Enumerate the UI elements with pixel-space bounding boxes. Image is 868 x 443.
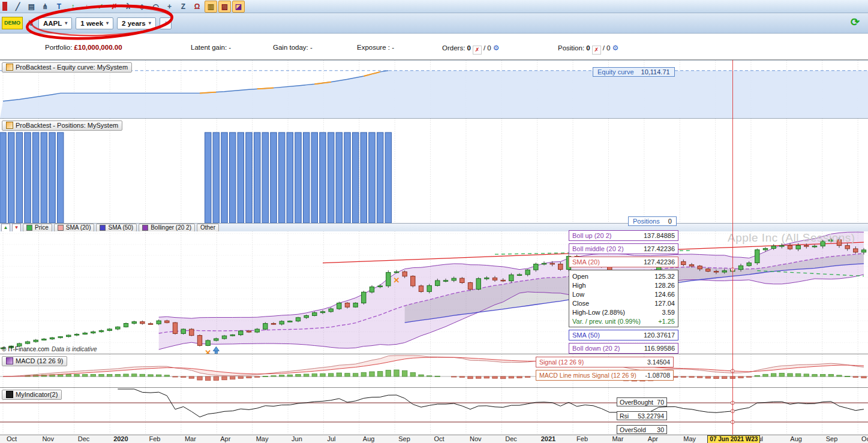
text-tool-icon[interactable]: T: [53, 1, 65, 13]
instrument-toolbar: DEMO ↯ AAPL ▾ 1 week ▾ 2 years ▾ i ⟳: [0, 13, 868, 34]
arrow-down-tool-icon[interactable]: ↓: [80, 1, 93, 13]
legend-swatch: [142, 225, 148, 231]
legend-swatch: [26, 225, 32, 231]
legend-tab-price[interactable]: Price: [23, 224, 52, 232]
target-tool-icon[interactable]: +: [163, 1, 176, 13]
symbol-dropdown[interactable]: AAPL ▾: [38, 17, 72, 29]
link-icon[interactable]: ↯: [26, 19, 35, 28]
legend-label: SMA (50): [108, 224, 133, 231]
orders-settings-icon[interactable]: ⚙: [493, 44, 500, 52]
ohlc-readout: Open125.32High128.26Low124.66Close127.04…: [569, 270, 678, 327]
chevron-down-icon: ▾: [65, 20, 67, 26]
position-settings-icon[interactable]: ⚙: [612, 44, 619, 52]
gain-today-readout: Gain today: -: [273, 44, 313, 51]
macd-panel-tab[interactable]: MACD (12 26 9): [2, 356, 67, 366]
timeframe-value: 1 week: [80, 20, 103, 27]
copyright-note: © IT-Finance.comData is indicative: [2, 346, 97, 352]
chart-style-tool-icon[interactable]: ◪: [232, 1, 245, 13]
legend-tab-sma-20-[interactable]: SMA (20): [54, 224, 95, 232]
chevron-down-icon: ▾: [106, 20, 109, 26]
equity-panel-tab[interactable]: ProBacktest - Equity curve: MySystem: [2, 62, 132, 73]
position-readout: Position: 0✗/ 0⚙: [558, 44, 618, 55]
refresh-icon[interactable]: ⟳: [851, 16, 860, 29]
price-readout-stack: Boll up (20 2)137.84885 Boll middle (20 …: [569, 230, 678, 356]
range-value: 2 years: [122, 20, 146, 27]
rsi-readout: Rsi53.22794: [617, 411, 667, 420]
pitchfork-tool-icon[interactable]: ⋔: [39, 1, 52, 13]
legend-label: Price: [35, 224, 49, 231]
exposure-readout: Exposure : -: [357, 44, 394, 51]
expand-panel-icon[interactable]: ▲: [1, 224, 10, 232]
fibonacci-tool-icon[interactable]: ▤: [25, 1, 38, 13]
macd-panel-title: MACD (12 26 9): [16, 357, 63, 364]
axis-label: Dec: [78, 435, 90, 442]
demo-badge: DEMO: [2, 17, 23, 29]
equity-panel-title: ProBacktest - Equity curve: MySystem: [16, 64, 128, 71]
axis-label: Mar: [185, 435, 196, 442]
myindicator-panel-tab[interactable]: MyIndicator(2): [2, 390, 62, 400]
crosshair-date-badge: 07 Jun 2021 W23: [707, 435, 760, 443]
arrow-up-tool-icon[interactable]: ↑: [67, 1, 79, 13]
axis-label: Dec: [505, 435, 517, 442]
svg-text:✕: ✕: [205, 348, 211, 354]
overbought-readout: OverBought70: [617, 397, 667, 406]
positions-panel-title: ProBacktest - Positions: MySystem: [16, 122, 118, 129]
macd-panel: MACD (12 26 9): [0, 354, 868, 388]
pattern-tool-icon[interactable]: ▥: [205, 1, 217, 13]
price-chart-panel: ✕✕: [0, 231, 868, 354]
axis-label: Sep: [826, 435, 838, 442]
close-position-icon[interactable]: ✗: [592, 46, 601, 55]
price-legend-bar: ▲▼PriceSMA (20)SMA (50)Bollinger (20 2)O…: [0, 223, 868, 231]
indicator-tool-icon[interactable]: ▨: [218, 1, 231, 13]
macd-readout-stack: Signal (12 26 9)3.14504 MACD Line minus …: [536, 357, 674, 383]
ohlc-row: Low124.66: [572, 290, 675, 299]
boll-middle-readout: Boll middle (20 2)127.42236: [569, 243, 678, 254]
horseshoe-tool-icon[interactable]: Ω: [191, 1, 203, 13]
portfolio-readout: Portfolio: £10,000,000.00: [45, 44, 122, 51]
symbol-value: AAPL: [43, 20, 62, 27]
path-tool-icon[interactable]: λ: [122, 1, 134, 13]
zigzag-tool-icon[interactable]: Z: [177, 1, 190, 13]
boll-up-readout: Boll up (20 2)137.84885: [569, 230, 678, 241]
legend-tab-sma-50-[interactable]: SMA (50): [96, 224, 137, 232]
crosshair-vertical-line: [732, 60, 733, 435]
range-dropdown[interactable]: 2 years ▾: [117, 17, 156, 29]
ohlc-row: Close127.04: [572, 299, 675, 308]
equity-curve-panel: ProBacktest - Equity curve: MySystem Equ…: [0, 60, 868, 119]
signal-readout: Signal (12 26 9)3.14504: [536, 357, 674, 367]
axis-label: May: [683, 435, 696, 442]
timeframe-dropdown[interactable]: 1 week ▾: [76, 17, 113, 29]
macd-icon: [6, 357, 13, 364]
trendline-tool-icon[interactable]: ╱: [11, 1, 24, 13]
account-bar: Portfolio: £10,000,000.00 Latent gain: -…: [0, 34, 868, 60]
legend-swatch: [58, 225, 64, 231]
axis-label: Feb: [576, 435, 588, 442]
polygon-tool-icon[interactable]: ◇: [136, 1, 148, 13]
legend-swatch: [100, 225, 106, 231]
cancel-orders-icon[interactable]: ✗: [473, 46, 482, 55]
axis-label: Aug: [363, 435, 375, 442]
trading-platform-window: ╱▤⋔T↑↓✓✗λ◇◠+ZΩ▥▨◪ DEMO ↯ AAPL ▾ 1 week ▾…: [0, 0, 868, 443]
boll-down-readout: Boll down (20 2)116.99586: [569, 343, 678, 354]
info-button[interactable]: i: [160, 17, 172, 29]
legend-label: Other: [200, 224, 215, 231]
axis-label: Oct: [434, 435, 444, 442]
legend-tab-bollinger-20-2-[interactable]: Bollinger (20 2): [139, 224, 195, 232]
svg-text:✕: ✕: [394, 276, 400, 285]
latent-gain-readout: Latent gain: -: [191, 44, 231, 51]
toolbar-handle-icon[interactable]: [2, 2, 7, 11]
myindicator-panel-title: MyIndicator(2): [16, 391, 58, 398]
collapse-panel-icon[interactable]: ▼: [12, 224, 21, 232]
axis-label: Sep: [398, 435, 410, 442]
legend-label: Bollinger (20 2): [151, 224, 191, 231]
arc-tool-icon[interactable]: ◠: [149, 1, 162, 13]
axis-label: 2021: [541, 435, 555, 442]
cross-tool-icon[interactable]: ✗: [108, 1, 121, 13]
ohlc-row: Var. / prev. unit (0.99%)+1.25: [572, 317, 675, 326]
check-tool-icon[interactable]: ✓: [94, 1, 107, 13]
axis-label: 2020: [113, 435, 128, 442]
legend-tab-other[interactable]: Other: [197, 224, 219, 232]
positions-panel-tab[interactable]: ProBacktest - Positions: MySystem: [2, 120, 122, 131]
probacktest-icon: [6, 64, 13, 71]
equity-value-badge: Equity curve 10,114.71: [593, 67, 675, 77]
